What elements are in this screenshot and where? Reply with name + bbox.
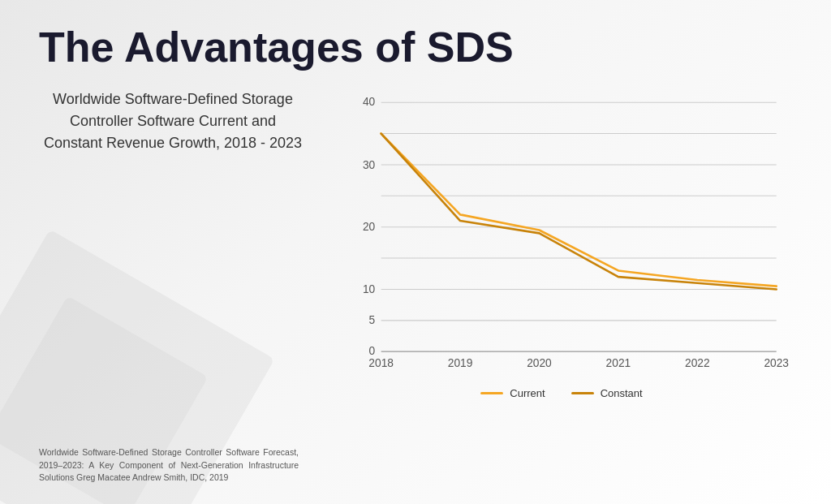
current-label: Current [510, 387, 545, 399]
x-axis-labels: 2018 2019 2020 2021 2022 2023 [368, 357, 789, 369]
chart-legend: Current Constant [480, 387, 642, 399]
svg-text:0: 0 [369, 346, 376, 358]
svg-text:2021: 2021 [606, 357, 631, 369]
svg-text:2019: 2019 [448, 357, 473, 369]
current-line [381, 134, 777, 286]
slide-content: The Advantages of SDS Worldwide Software… [0, 0, 831, 504]
line-chart: 40 30 20 10 5 0 2018 2019 2020 2021 [331, 85, 792, 377]
grid [381, 102, 777, 351]
chart-container: 40 30 20 10 5 0 2018 2019 2020 2021 [331, 85, 792, 381]
constant-line [381, 134, 777, 290]
constant-label: Constant [601, 387, 643, 399]
subtitle: Worldwide Software-Defined Storage Contr… [39, 82, 315, 154]
svg-text:20: 20 [363, 221, 376, 233]
svg-text:2020: 2020 [527, 357, 552, 369]
legend-current: Current [480, 387, 545, 399]
chart-panel: 40 30 20 10 5 0 2018 2019 2020 2021 [315, 82, 792, 399]
svg-text:10: 10 [363, 283, 376, 295]
svg-text:5: 5 [369, 315, 376, 327]
left-panel: Worldwide Software-Defined Storage Contr… [39, 82, 315, 485]
constant-line-swatch [571, 392, 594, 394]
page-title: The Advantages of SDS [39, 24, 792, 71]
svg-text:2022: 2022 [685, 357, 710, 369]
main-area: Worldwide Software-Defined Storage Contr… [39, 82, 792, 485]
y-axis-labels: 40 30 20 10 5 0 [363, 97, 376, 358]
svg-text:2018: 2018 [368, 357, 394, 369]
svg-text:2023: 2023 [764, 357, 789, 369]
current-line-swatch [480, 392, 503, 394]
citation-text: Worldwide Software-Defined Storage Contr… [39, 430, 315, 485]
svg-text:30: 30 [363, 159, 376, 171]
svg-text:40: 40 [363, 97, 376, 109]
legend-constant: Constant [571, 387, 643, 399]
